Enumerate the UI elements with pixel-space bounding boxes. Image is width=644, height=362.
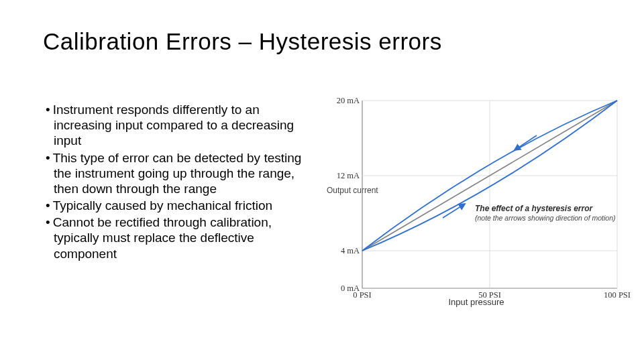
chart-caption: The effect of a hysteresis error (note t… bbox=[475, 204, 625, 222]
bullet-text: This type of error can be detected by te… bbox=[53, 151, 302, 196]
chart-caption-subtitle: (note the arrows showing direction of mo… bbox=[475, 214, 625, 222]
bullet-text: Instrument responds differently to an in… bbox=[53, 103, 294, 147]
list-item: •Instrument responds differently to an i… bbox=[46, 102, 314, 149]
arrow-down-icon bbox=[517, 135, 537, 149]
hysteresis-chart: Output current bbox=[329, 101, 624, 308]
plot-area: 0 mA 4 mA 12 mA 20 mA 0 PSI 50 PSI 100 P… bbox=[362, 101, 617, 288]
y-tick-label: 20 mA bbox=[329, 96, 360, 106]
bullet-list: •Instrument responds differently to an i… bbox=[46, 101, 314, 263]
y-tick-label: 12 mA bbox=[329, 171, 360, 181]
chart-svg bbox=[362, 101, 617, 288]
chart-caption-title: The effect of a hysteresis error bbox=[475, 204, 592, 213]
list-item: •Typically caused by mechanical friction bbox=[46, 198, 314, 213]
slide: Calibration Errors – Hysteresis errors •… bbox=[0, 0, 644, 362]
list-item: •Cannot be rectified through calibration… bbox=[46, 215, 314, 261]
x-axis-label: Input pressure bbox=[329, 297, 624, 307]
y-tick-label: 4 mA bbox=[329, 246, 360, 256]
bullet-text: Typically caused by mechanical friction bbox=[53, 198, 272, 213]
list-item: •This type of error can be detected by t… bbox=[46, 150, 314, 197]
slide-title: Calibration Errors – Hysteresis errors bbox=[43, 28, 442, 55]
bullet-text: Cannot be rectified through calibration,… bbox=[53, 215, 272, 260]
